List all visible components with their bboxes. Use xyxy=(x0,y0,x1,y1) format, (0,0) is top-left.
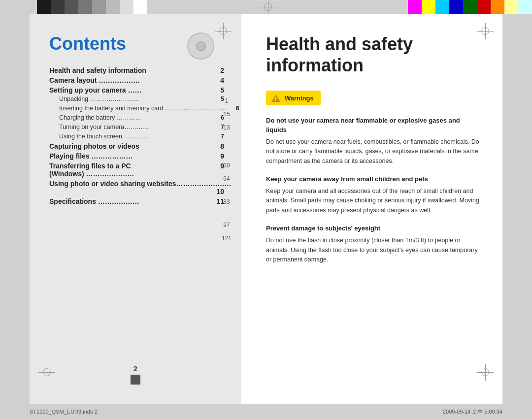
page-bar xyxy=(131,375,140,385)
top-crosshair xyxy=(260,0,276,15)
toc-label-inserting: Inserting the battery and memory card ……… xyxy=(59,105,227,112)
main-area: Contents Health and safety information 2… xyxy=(30,14,502,404)
swatch-yellow xyxy=(422,0,435,14)
camera-icon-circle xyxy=(187,32,214,60)
swatch-white xyxy=(133,0,147,14)
color-bar-left xyxy=(37,0,147,14)
toc-dots-charging xyxy=(143,119,213,120)
color-bar-right xyxy=(408,0,532,14)
toc-label-charging: Charging the battery ………… xyxy=(59,114,141,121)
safety-title: Health and safety information xyxy=(266,33,480,76)
swatch-green xyxy=(463,0,477,14)
swatch-cyan xyxy=(435,0,449,14)
toc-dots-playing xyxy=(134,158,213,159)
toc-item-transferring: Transferring files to a PC(Windows) …………… xyxy=(49,162,224,178)
right-page-crosshair-bottom xyxy=(477,364,494,381)
swatch-blue xyxy=(449,0,463,14)
swatch-black xyxy=(37,0,51,14)
toc-page-health: 2 xyxy=(214,66,224,74)
swatch-gray4 xyxy=(106,0,120,14)
toc-item-health: Health and safety information 2 xyxy=(49,66,224,74)
safety-body-flammable: Do not use your camera near fuels, combu… xyxy=(266,137,480,166)
safety-body-children: Keep your camera and all accessories out… xyxy=(266,187,480,215)
toc-item-unpacking: Unpacking …………………… 5 xyxy=(49,96,224,102)
toc-item-playing: Playing files ……………… 9 xyxy=(49,152,224,160)
toc-label-specs: Specifications ……………… xyxy=(49,197,139,205)
swatch-lightgray xyxy=(120,0,133,14)
safety-section-eyesight: Prevent damage to subjects' eyesight Do … xyxy=(266,224,480,264)
swatch-lightcyan xyxy=(518,0,532,14)
toc-item-camera-layout: Camera layout ……………… 4 xyxy=(49,76,224,84)
safety-section-children: Keep your camera away from small childre… xyxy=(266,175,480,215)
toc-dots-turning-on xyxy=(150,129,213,129)
toc-item-capturing: Capturing photos or videos 8 xyxy=(49,142,224,150)
toc-label-playing: Playing files ……………… xyxy=(49,152,133,160)
toc-label-turning-on: Turning on your camera………… xyxy=(59,124,149,130)
toc-dots-sharing xyxy=(51,193,213,194)
rnum-83: 83 xyxy=(223,198,230,205)
safety-heading-children: Keep your camera away from small childre… xyxy=(266,175,480,184)
toc-item-charging: Charging the battery ………… 6 xyxy=(49,114,224,121)
toc-item-specs: Specifications ……………… 11 xyxy=(49,197,224,205)
toc-item-setting-up: Setting up your camera …… 5 xyxy=(49,86,224,94)
left-page: Contents Health and safety information 2… xyxy=(30,14,241,404)
camera-icon-lens xyxy=(196,41,206,51)
rnum-13: 13 xyxy=(223,124,230,131)
left-page-crosshair-bottom xyxy=(38,364,55,381)
toc-label-unpacking: Unpacking …………………… xyxy=(59,96,139,102)
page-number: 2 xyxy=(133,365,137,373)
toc-dots-unpacking xyxy=(141,100,213,101)
toc-table: Health and safety information 2 Camera l… xyxy=(49,66,224,205)
warning-icon: ! xyxy=(271,93,281,103)
right-page-crosshair-top xyxy=(477,23,494,39)
toc-dots-camera-layout xyxy=(141,82,213,83)
swatch-gray3 xyxy=(92,0,106,14)
swatch-darkgray xyxy=(51,0,65,14)
rnum-1: 1 xyxy=(225,97,229,104)
toc-page-setting-up: 5 xyxy=(214,86,224,94)
swatch-magenta xyxy=(408,0,422,14)
toc-item-inserting: Inserting the battery and memory card ……… xyxy=(49,105,224,112)
swatch-red xyxy=(477,0,491,14)
toc-label-transferring: Transferring files to a PC(Windows) …………… xyxy=(49,162,134,178)
toc-label-camera-layout: Camera layout ……………… xyxy=(49,76,140,84)
toc-item-touch-screen: Using the touch screen ………… 7 xyxy=(49,133,224,140)
warning-triangle-svg: ! xyxy=(271,93,281,103)
swatch-gray2 xyxy=(78,0,92,14)
footer-left: ST1000_QSM_EUR3.indb 2 xyxy=(30,409,98,415)
toc-label-health: Health and safety information xyxy=(49,66,146,74)
toc-dots-setting-up xyxy=(143,92,213,93)
toc-dots-health xyxy=(148,72,213,73)
right-page: Health and safety information ! Warnings… xyxy=(241,14,502,404)
toc-page-camera-layout: 4 xyxy=(214,76,224,84)
safety-heading-flammable: Do not use your camera near flammable or… xyxy=(266,116,480,134)
toc-dots-capturing xyxy=(141,148,213,149)
safety-body-eyesight: Do not use the flash in close proximity … xyxy=(266,236,480,264)
left-page-crosshair-top xyxy=(215,23,232,39)
camera-icon xyxy=(187,32,217,62)
svg-text:!: ! xyxy=(275,96,277,103)
footer: ST1000_QSM_EUR3.indb 2 2009-09-14 오후 5:0… xyxy=(30,404,502,419)
toc-item-turning-on: Turning on your camera………… 7 xyxy=(49,124,224,130)
toc-label-capturing: Capturing photos or videos xyxy=(49,142,139,150)
swatch-orange xyxy=(491,0,504,14)
warnings-label: Warnings xyxy=(285,95,314,102)
toc-dots-touch-screen xyxy=(150,138,213,138)
toc-label-setting-up: Setting up your camera …… xyxy=(49,86,141,94)
right-numbers-column: 1 15 13 30 64 83 97 121 xyxy=(222,97,232,242)
rnum-30: 30 xyxy=(223,162,230,169)
swatch-lightyellow xyxy=(504,0,518,14)
warnings-badge: ! Warnings xyxy=(266,91,321,105)
color-bar-center xyxy=(147,0,388,14)
safety-heading-eyesight: Prevent damage to subjects' eyesight xyxy=(266,224,480,233)
toc-item-sharing: Using photo or video sharing websites………… xyxy=(49,180,224,195)
toc-label-sharing: Using photo or video sharing websites………… xyxy=(49,180,231,188)
rnum-97: 97 xyxy=(223,222,230,228)
safety-section-flammable: Do not use your camera near flammable or… xyxy=(266,116,480,166)
toc-dots-transferring xyxy=(136,168,213,168)
footer-right: 2009-09-14 오후 5:09:34 xyxy=(443,408,502,416)
page-number-area: 2 xyxy=(131,364,140,385)
toc-label-touch-screen: Using the touch screen ………… xyxy=(59,133,148,140)
color-bar xyxy=(0,0,532,14)
rnum-15: 15 xyxy=(223,111,230,118)
